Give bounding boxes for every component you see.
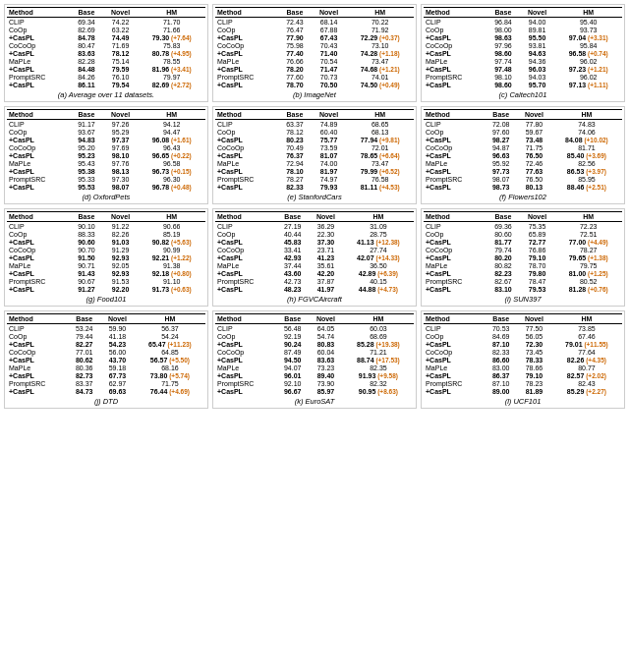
novel-cell: 67.43 <box>312 33 347 41</box>
novel-cell: 78.66 <box>517 364 551 371</box>
table-header-cell: Novel <box>103 8 139 18</box>
novel-cell: 94.00 <box>520 18 555 27</box>
hm-cell: 28.75 <box>343 230 414 238</box>
novel-cell: 94.03 <box>520 73 555 81</box>
base-cell: 91.17 <box>70 120 102 129</box>
base-cell: 82.69 <box>70 26 102 33</box>
hm-cell: 79.30 (+7.64) <box>138 33 205 41</box>
delta-badge: (+6.39) <box>375 270 398 277</box>
base-cell: 45.83 <box>276 238 309 246</box>
method-cell: CoCoOp <box>424 143 485 151</box>
table-row: CLIP69.3675.3572.23 <box>424 222 622 231</box>
table-caption: (a) Average over 11 datasets. <box>7 90 205 99</box>
novel-cell: 41.97 <box>309 285 343 293</box>
table-header-cell: HM <box>346 8 414 18</box>
table-row: +CasPL81.7772.7777.00 (+4.49) <box>424 238 622 246</box>
novel-cell: 71.40 <box>312 49 347 57</box>
hm-cell: 82.26 (+4.35) <box>551 356 622 364</box>
base-cell: 78.20 <box>278 65 311 73</box>
hm-cell: 74.01 <box>346 73 414 81</box>
table-row: CLIP96.8494.0095.40 <box>424 18 622 27</box>
table-header-cell: Method <box>215 314 276 324</box>
hm-cell: 79.99 (+6.52) <box>346 167 414 175</box>
table-row: +CasPL86.6078.3382.26 (+4.35) <box>424 356 622 364</box>
novel-cell: 93.81 <box>520 41 555 49</box>
novel-cell: 97.76 <box>103 159 139 167</box>
hm-cell: 44.88 (+4.73) <box>343 285 414 293</box>
method-cell: +CasPL <box>215 269 276 277</box>
hm-cell: 85.19 <box>138 230 205 238</box>
novel-cell: 67.73 <box>100 371 135 379</box>
table-header-cell: Method <box>215 212 276 222</box>
novel-cell: 85.97 <box>309 387 343 395</box>
table-row: +CasPL89.0081.8985.29 (+2.27) <box>424 387 622 395</box>
base-cell: 84.48 <box>70 65 102 73</box>
method-cell: +CasPL <box>215 238 276 246</box>
table-row: PromptSRC98.0776.5085.95 <box>424 175 622 183</box>
method-cell: CLIP <box>7 222 70 231</box>
hm-cell: 92.21 (+1.22) <box>138 253 205 261</box>
novel-cell: 98.10 <box>103 151 139 159</box>
table-row: CLIP69.3474.2271.70 <box>7 18 205 27</box>
base-cell: 79.44 <box>68 332 100 340</box>
novel-cell: 60.40 <box>312 128 347 136</box>
novel-cell: 94.63 <box>520 49 555 57</box>
table-row: CoCoOp33.4123.7127.74 <box>215 246 414 253</box>
novel-cell: 73.23 <box>309 364 343 371</box>
method-cell: +CasPL <box>7 81 70 88</box>
table-header-cell: Novel <box>309 314 343 324</box>
delta-badge: (+3.41) <box>169 66 192 73</box>
method-cell: +CasPL <box>424 33 486 41</box>
base-cell: 92.10 <box>276 379 309 387</box>
novel-cell: 73.45 <box>517 348 551 356</box>
table-row: +CasPL82.2379.8081.00 (+1.25) <box>424 269 622 277</box>
novel-cell: 70.50 <box>312 81 347 88</box>
method-cell: MaPLe <box>424 57 486 65</box>
hm-cell: 74.83 <box>551 120 622 129</box>
table-row: CLIP90.1091.2290.66 <box>7 222 205 231</box>
table-row: +CasPL87.1072.3079.01 (+11.55) <box>424 340 622 348</box>
base-cell: 70.49 <box>278 143 311 151</box>
hm-cell: 74.06 <box>551 128 622 136</box>
method-cell: CoCoOp <box>7 41 70 49</box>
delta-badge: (+1.25) <box>586 270 608 277</box>
base-cell: 63.37 <box>278 120 311 129</box>
method-cell: PromptSRC <box>424 379 485 387</box>
hm-cell: 93.73 <box>554 26 622 33</box>
base-cell: 70.53 <box>485 324 517 333</box>
table-block-l: MethodBaseNovelHMCLIP70.5377.5073.85CoOp… <box>421 310 625 409</box>
table-header-cell: HM <box>554 8 622 18</box>
novel-cell: 81.07 <box>312 151 347 159</box>
method-cell: CLIP <box>7 120 70 129</box>
base-cell: 98.00 <box>486 26 519 33</box>
delta-badge: (+11.23) <box>166 341 192 348</box>
delta-badge: (+3.97) <box>584 168 606 175</box>
novel-cell: 91.22 <box>103 222 139 231</box>
delta-badge: (+5.50) <box>167 357 190 364</box>
novel-cell: 69.63 <box>100 387 135 395</box>
table-row: CoCoOp94.8771.7581.71 <box>424 143 622 151</box>
novel-cell: 71.75 <box>517 143 551 151</box>
novel-cell: 79.80 <box>520 269 555 277</box>
base-cell: 97.96 <box>486 41 519 49</box>
hm-cell: 90.95 (+8.63) <box>343 387 414 395</box>
novel-cell: 75.35 <box>520 222 555 231</box>
delta-badge: (+3.69) <box>584 152 606 159</box>
novel-cell: 95.29 <box>103 128 139 136</box>
table-header-cell: Novel <box>103 212 139 222</box>
novel-cell: 92.93 <box>103 253 139 261</box>
table-row: PromptSRC77.6070.7374.01 <box>215 73 414 81</box>
method-cell: +CasPL <box>424 238 486 246</box>
novel-cell: 37.30 <box>309 238 343 246</box>
novel-cell: 72.46 <box>517 159 551 167</box>
novel-cell: 89.40 <box>309 371 343 379</box>
method-cell: CoOp <box>424 26 486 33</box>
novel-cell: 54.23 <box>100 340 135 348</box>
novel-cell: 76.10 <box>103 73 139 81</box>
table-row: MaPLe82.2875.1478.55 <box>7 57 205 65</box>
hm-cell: 96.43 <box>138 143 205 151</box>
hm-cell: 71.75 <box>135 379 205 387</box>
hm-cell: 64.85 <box>135 348 205 356</box>
method-cell: PromptSRC <box>7 379 68 387</box>
novel-cell: 59.90 <box>100 324 135 333</box>
